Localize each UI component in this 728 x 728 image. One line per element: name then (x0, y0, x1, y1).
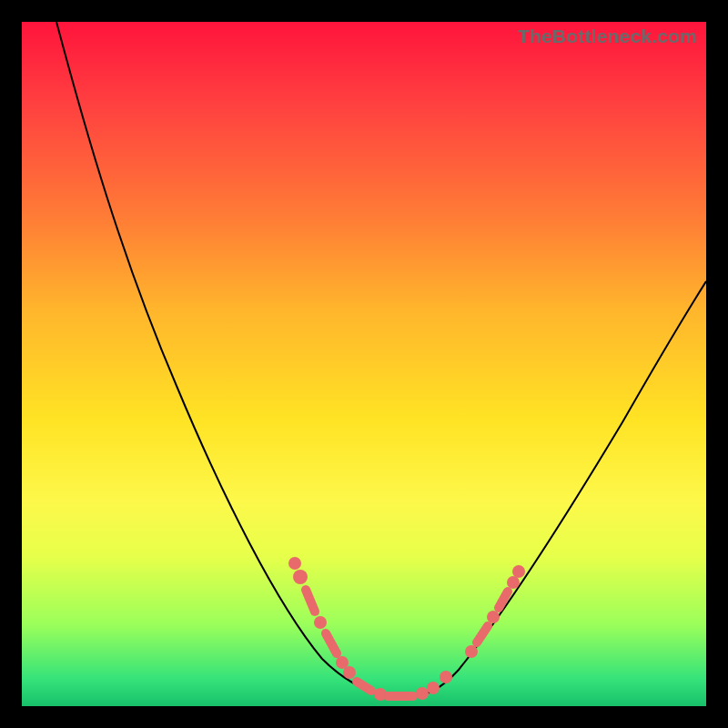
marker-dot (314, 616, 327, 629)
curve-path (56, 22, 706, 697)
marker-dot (507, 576, 520, 589)
marker-seg (326, 633, 337, 653)
marker-dot (465, 645, 478, 658)
marker-dot (293, 570, 308, 584)
marker-dot (343, 666, 356, 679)
marker-seg (306, 590, 315, 612)
marker-dot (512, 565, 525, 578)
marker-dot (288, 557, 301, 570)
marker-seg (477, 626, 488, 642)
chart-plot-area: TheBottleneck.com (22, 22, 706, 706)
marker-dot (487, 611, 500, 623)
marker-dot (427, 682, 440, 694)
marker-dot (416, 687, 429, 700)
marker-dot (440, 671, 452, 683)
watermark-text: TheBottleneck.com (518, 25, 697, 47)
bottleneck-curve (22, 22, 706, 706)
marker-seg (357, 682, 371, 691)
